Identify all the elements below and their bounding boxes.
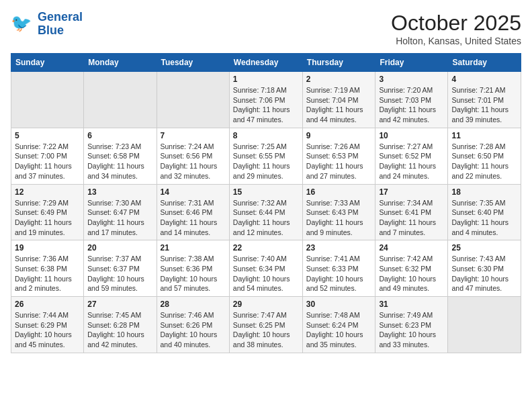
day-number: 10 [379,131,444,140]
header-cell-friday: Friday [375,54,448,72]
day-number: 3 [379,75,444,84]
day-number: 23 [306,243,372,253]
day-info: Sunrise: 7:37 AM Sunset: 6:37 PM Dayligh… [87,254,152,293]
day-info: Sunrise: 7:47 AM Sunset: 6:25 PM Dayligh… [233,310,299,350]
day-info: Sunrise: 7:34 AM Sunset: 6:41 PM Dayligh… [379,198,444,238]
day-number: 25 [451,243,517,253]
week-row-2: 5Sunrise: 7:22 AM Sunset: 7:00 PM Daylig… [11,128,521,184]
day-cell: 26Sunrise: 7:44 AM Sunset: 6:29 PM Dayli… [11,297,84,353]
header-cell-thursday: Thursday [302,54,375,72]
day-cell: 31Sunrise: 7:49 AM Sunset: 6:23 PM Dayli… [375,297,448,353]
day-number: 27 [87,300,152,309]
day-cell: 12Sunrise: 7:29 AM Sunset: 6:49 PM Dayli… [11,184,84,240]
day-info: Sunrise: 7:18 AM Sunset: 7:06 PM Dayligh… [233,85,299,125]
day-info: Sunrise: 7:40 AM Sunset: 6:34 PM Dayligh… [233,254,299,293]
day-info: Sunrise: 7:23 AM Sunset: 6:58 PM Dayligh… [87,142,152,181]
day-cell: 4Sunrise: 7:21 AM Sunset: 7:01 PM Daylig… [448,72,521,128]
day-number: 1 [233,75,299,84]
day-cell: 13Sunrise: 7:30 AM Sunset: 6:47 PM Dayli… [84,184,157,240]
day-cell: 16Sunrise: 7:33 AM Sunset: 6:43 PM Dayli… [302,184,375,240]
day-cell: 17Sunrise: 7:34 AM Sunset: 6:41 PM Dayli… [375,184,448,240]
header-cell-sunday: Sunday [11,54,84,72]
day-number: 4 [451,75,517,84]
week-row-4: 19Sunrise: 7:36 AM Sunset: 6:38 PM Dayli… [11,240,521,297]
day-cell: 19Sunrise: 7:36 AM Sunset: 6:38 PM Dayli… [11,240,84,297]
day-cell: 8Sunrise: 7:25 AM Sunset: 6:55 PM Daylig… [229,128,302,184]
day-number: 19 [15,243,80,253]
day-number: 24 [379,243,444,253]
day-number: 30 [306,300,372,309]
day-info: Sunrise: 7:26 AM Sunset: 6:53 PM Dayligh… [306,142,372,181]
day-number: 8 [233,131,299,140]
day-cell: 7Sunrise: 7:24 AM Sunset: 6:56 PM Daylig… [157,128,229,184]
day-info: Sunrise: 7:24 AM Sunset: 6:56 PM Dayligh… [161,142,226,181]
day-info: Sunrise: 7:19 AM Sunset: 7:04 PM Dayligh… [306,85,372,125]
day-info: Sunrise: 7:21 AM Sunset: 7:01 PM Dayligh… [451,85,517,125]
day-cell: 5Sunrise: 7:22 AM Sunset: 7:00 PM Daylig… [11,128,84,184]
day-cell [11,72,84,128]
day-number: 17 [379,187,444,197]
day-info: Sunrise: 7:22 AM Sunset: 7:00 PM Dayligh… [15,142,80,181]
day-cell: 3Sunrise: 7:20 AM Sunset: 7:03 PM Daylig… [375,72,448,128]
page-header: 🐦 GeneralBlue October 2025 Holton, Kansa… [11,11,521,46]
day-info: Sunrise: 7:45 AM Sunset: 6:28 PM Dayligh… [87,310,152,350]
day-cell: 24Sunrise: 7:42 AM Sunset: 6:32 PM Dayli… [375,240,448,297]
title-block: October 2025 Holton, Kansas, United Stat… [391,11,521,46]
day-number: 22 [233,243,299,253]
day-info: Sunrise: 7:48 AM Sunset: 6:24 PM Dayligh… [306,310,372,350]
header-cell-saturday: Saturday [448,54,521,72]
day-number: 5 [15,131,80,140]
day-cell: 23Sunrise: 7:41 AM Sunset: 6:33 PM Dayli… [302,240,375,297]
day-info: Sunrise: 7:42 AM Sunset: 6:32 PM Dayligh… [379,254,444,293]
day-cell: 10Sunrise: 7:27 AM Sunset: 6:52 PM Dayli… [375,128,448,184]
day-info: Sunrise: 7:28 AM Sunset: 6:50 PM Dayligh… [451,142,517,181]
day-cell: 28Sunrise: 7:46 AM Sunset: 6:26 PM Dayli… [157,297,229,353]
logo-icon: 🐦 [11,12,35,36]
day-info: Sunrise: 7:49 AM Sunset: 6:23 PM Dayligh… [379,310,444,350]
logo: 🐦 GeneralBlue [11,11,83,38]
day-number: 15 [233,187,299,197]
svg-text:🐦: 🐦 [11,13,32,34]
day-number: 11 [451,131,517,140]
day-number: 26 [15,300,80,309]
day-info: Sunrise: 7:25 AM Sunset: 6:55 PM Dayligh… [233,142,299,181]
day-number: 12 [15,187,80,197]
day-cell: 22Sunrise: 7:40 AM Sunset: 6:34 PM Dayli… [229,240,302,297]
day-cell [84,72,157,128]
calendar-table: SundayMondayTuesdayWednesdayThursdayFrid… [11,53,521,353]
day-number: 21 [161,243,226,253]
day-number: 9 [306,131,372,140]
day-number: 7 [161,131,226,140]
day-cell: 14Sunrise: 7:31 AM Sunset: 6:46 PM Dayli… [157,184,229,240]
day-cell: 2Sunrise: 7:19 AM Sunset: 7:04 PM Daylig… [302,72,375,128]
day-cell: 18Sunrise: 7:35 AM Sunset: 6:40 PM Dayli… [448,184,521,240]
day-cell: 11Sunrise: 7:28 AM Sunset: 6:50 PM Dayli… [448,128,521,184]
day-info: Sunrise: 7:38 AM Sunset: 6:36 PM Dayligh… [161,254,226,293]
day-info: Sunrise: 7:31 AM Sunset: 6:46 PM Dayligh… [161,198,226,238]
day-number: 14 [161,187,226,197]
day-cell: 20Sunrise: 7:37 AM Sunset: 6:37 PM Dayli… [84,240,157,297]
day-cell [157,72,229,128]
day-number: 28 [161,300,226,309]
day-cell: 9Sunrise: 7:26 AM Sunset: 6:53 PM Daylig… [302,128,375,184]
day-info: Sunrise: 7:33 AM Sunset: 6:43 PM Dayligh… [306,198,372,238]
day-info: Sunrise: 7:44 AM Sunset: 6:29 PM Dayligh… [15,310,80,350]
day-info: Sunrise: 7:35 AM Sunset: 6:40 PM Dayligh… [451,198,517,238]
week-row-3: 12Sunrise: 7:29 AM Sunset: 6:49 PM Dayli… [11,184,521,240]
day-info: Sunrise: 7:27 AM Sunset: 6:52 PM Dayligh… [379,142,444,181]
day-cell: 21Sunrise: 7:38 AM Sunset: 6:36 PM Dayli… [157,240,229,297]
day-info: Sunrise: 7:20 AM Sunset: 7:03 PM Dayligh… [379,85,444,125]
day-cell: 15Sunrise: 7:32 AM Sunset: 6:44 PM Dayli… [229,184,302,240]
header-cell-tuesday: Tuesday [157,54,229,72]
day-info: Sunrise: 7:30 AM Sunset: 6:47 PM Dayligh… [87,198,152,238]
day-number: 31 [379,300,444,309]
month-title: October 2025 [391,11,521,36]
day-number: 16 [306,187,372,197]
day-cell: 29Sunrise: 7:47 AM Sunset: 6:25 PM Dayli… [229,297,302,353]
day-info: Sunrise: 7:41 AM Sunset: 6:33 PM Dayligh… [306,254,372,293]
day-number: 13 [87,187,152,197]
day-cell: 1Sunrise: 7:18 AM Sunset: 7:06 PM Daylig… [229,72,302,128]
day-info: Sunrise: 7:36 AM Sunset: 6:38 PM Dayligh… [15,254,80,293]
day-number: 29 [233,300,299,309]
day-cell [448,297,521,353]
